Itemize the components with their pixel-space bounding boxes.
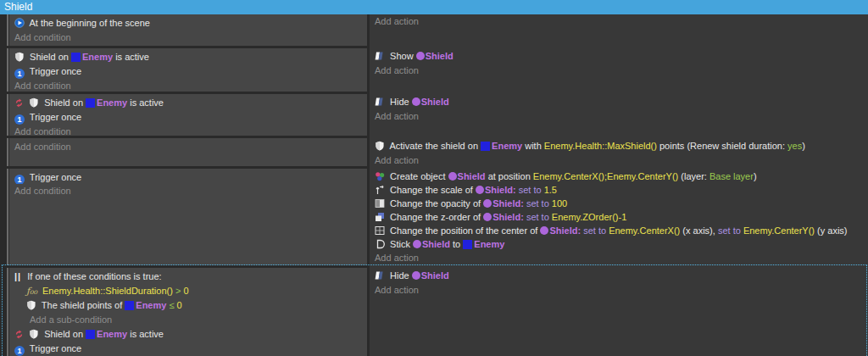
stick-icon bbox=[375, 239, 385, 249]
opacity-icon bbox=[375, 198, 385, 209]
event-2-conditions: Shield on Enemy is active 1 Trigger once… bbox=[9, 48, 367, 92]
visibility-icon bbox=[375, 270, 385, 281]
add-condition-link[interactable]: Add condition bbox=[9, 184, 367, 197]
shield-object-icon bbox=[483, 199, 492, 208]
condition-shield-active-inverted[interactable]: Shield on Enemy is active bbox=[9, 96, 367, 110]
expression-icon: ƒ₀₀ bbox=[26, 286, 37, 297]
event-1-actions: Add action bbox=[370, 14, 868, 29]
shield-object-icon bbox=[412, 97, 420, 106]
add-action-link[interactable]: Add action bbox=[370, 283, 868, 298]
shield-object-chip: Shield bbox=[448, 171, 486, 181]
enemy-object-icon bbox=[481, 142, 490, 151]
enemy-object-chip: Enemy bbox=[463, 239, 504, 249]
action-create-object[interactable]: Create object Shield at position Enemy.C… bbox=[370, 170, 868, 183]
add-condition-link[interactable]: Add condition bbox=[9, 125, 367, 139]
shield-object-chip: Shield: bbox=[483, 198, 524, 209]
action-show-shield[interactable]: Show Shield bbox=[370, 49, 868, 64]
add-action-link[interactable]: Add action bbox=[370, 64, 868, 78]
shield-object-chip: Shield: bbox=[540, 225, 581, 236]
add-condition-link[interactable]: Add condition bbox=[9, 79, 367, 93]
condition-trigger-once[interactable]: 1 Trigger once bbox=[9, 64, 367, 79]
condition-shield-active[interactable]: Shield on Enemy is active bbox=[9, 50, 367, 64]
event-4-actions: Activate the shield on Enemy with Enemy.… bbox=[370, 139, 868, 168]
scene-begin-icon bbox=[14, 18, 25, 28]
action-hide-shield[interactable]: Hide Shield bbox=[370, 95, 868, 109]
inverted-condition-icon bbox=[14, 330, 24, 339]
shield-object-chip: Shield: bbox=[483, 212, 524, 222]
event-4-conditions: Add condition bbox=[9, 138, 367, 166]
event-5-gutter-line[interactable] bbox=[7, 169, 8, 265]
event-3-gutter-line[interactable] bbox=[7, 94, 8, 136]
event-2-actions: Show Shield Add action bbox=[370, 49, 868, 78]
add-action-link[interactable]: Add action bbox=[370, 109, 868, 124]
shield-behavior-icon bbox=[14, 52, 25, 62]
shield-object-chip: Shield bbox=[412, 97, 449, 107]
trigger-once-icon: 1 bbox=[14, 69, 25, 79]
shield-object-chip: Shield bbox=[416, 51, 453, 61]
event-3-conditions: Shield on Enemy is active 1 Trigger once… bbox=[9, 94, 367, 136]
add-condition-link[interactable]: Add condition bbox=[9, 31, 367, 45]
condition-trigger-once[interactable]: 1 Trigger once bbox=[9, 110, 367, 125]
shield-object-icon bbox=[476, 186, 484, 194]
enemy-object-chip: Enemy bbox=[86, 97, 127, 108]
shield-object-icon bbox=[412, 271, 420, 280]
z-order-icon bbox=[375, 212, 385, 222]
visibility-icon bbox=[375, 51, 385, 61]
enemy-object-chip: Enemy bbox=[125, 300, 166, 310]
enemy-object-chip: Enemy bbox=[71, 52, 113, 62]
action-change-scale[interactable]: Change the scale of Shield: set to 1.5 bbox=[370, 183, 868, 197]
shield-object-icon bbox=[448, 172, 457, 181]
event-6-conditions: || If one of these conditions is true: ƒ… bbox=[9, 268, 367, 356]
or-icon: || bbox=[14, 271, 21, 281]
condition-shield-active-inverted[interactable]: Shield on Enemy is active bbox=[9, 327, 367, 342]
add-action-link[interactable]: Add action bbox=[370, 153, 868, 168]
subcondition-shield-points[interactable]: The shield points of Enemy ≤ 0 bbox=[9, 298, 367, 313]
condition-trigger-once[interactable]: 1 Trigger once bbox=[9, 342, 367, 356]
enemy-object-icon bbox=[125, 301, 134, 310]
trigger-once-icon: 1 bbox=[14, 114, 25, 125]
add-action-link[interactable]: Add action bbox=[370, 14, 868, 29]
subcondition-shield-duration[interactable]: ƒ₀₀ Enemy.Health::ShieldDuration() > 0 bbox=[9, 284, 367, 298]
shield-behavior-icon bbox=[375, 141, 385, 151]
add-condition-link[interactable]: Add condition bbox=[9, 140, 367, 154]
center-position-icon bbox=[375, 225, 385, 236]
sheet-title: Shield bbox=[4, 1, 32, 13]
action-stick[interactable]: Stick Shield to Enemy bbox=[370, 237, 868, 251]
event-2-gutter-line[interactable] bbox=[7, 48, 8, 92]
action-change-zorder[interactable]: Change the z-order of Shield: set to Ene… bbox=[370, 210, 868, 224]
add-sub-condition-link[interactable]: Add a sub-condition bbox=[9, 313, 367, 327]
scale-icon bbox=[375, 185, 385, 195]
event-1-gutter-line[interactable] bbox=[7, 14, 8, 46]
event-3-actions: Hide Shield Add action bbox=[370, 95, 868, 124]
shield-object-icon bbox=[483, 213, 492, 221]
action-change-center-position[interactable]: Change the position of the center of Shi… bbox=[370, 224, 868, 237]
event-6-gutter-line[interactable] bbox=[7, 268, 8, 356]
enemy-object-icon bbox=[86, 98, 95, 108]
event-5-conditions: 1 Trigger once Add condition bbox=[9, 169, 367, 265]
enemy-object-chip: Enemy bbox=[86, 329, 127, 339]
enemy-object-chip: Enemy bbox=[481, 141, 522, 151]
action-hide-shield[interactable]: Hide Shield bbox=[370, 269, 868, 283]
condition-beginning-of-scene[interactable]: At the beginning of the scene bbox=[9, 16, 367, 31]
event-5-actions: Create object Shield at position Enemy.C… bbox=[370, 170, 868, 264]
enemy-object-icon bbox=[71, 53, 81, 62]
condition-trigger-once[interactable]: 1 Trigger once bbox=[9, 170, 367, 184]
condition-or-group[interactable]: || If one of these conditions is true: bbox=[9, 270, 367, 284]
add-action-link[interactable]: Add action bbox=[370, 251, 868, 264]
shield-behavior-icon bbox=[29, 97, 39, 108]
action-activate-shield[interactable]: Activate the shield on Enemy with Enemy.… bbox=[370, 139, 868, 153]
shield-object-icon bbox=[413, 240, 421, 248]
event-1-conditions: At the beginning of the scene Add condit… bbox=[9, 14, 367, 46]
shield-object-chip: Shield bbox=[412, 270, 449, 281]
action-change-opacity[interactable]: Change the opacity of Shield: set to 100 bbox=[370, 197, 868, 210]
event-4-gutter-line[interactable] bbox=[7, 138, 8, 166]
shield-object-chip: Shield: bbox=[476, 185, 516, 195]
enemy-object-icon bbox=[463, 240, 472, 249]
shield-behavior-icon bbox=[29, 329, 39, 339]
event-6-actions: Hide Shield Add action bbox=[370, 269, 868, 298]
shield-behavior-icon bbox=[26, 300, 36, 310]
actions-column: Add action Show Shield Add action Hide S… bbox=[370, 14, 868, 356]
visibility-icon bbox=[375, 97, 385, 107]
sheet-title-bar: Shield bbox=[0, 0, 868, 14]
create-object-icon bbox=[375, 171, 385, 181]
